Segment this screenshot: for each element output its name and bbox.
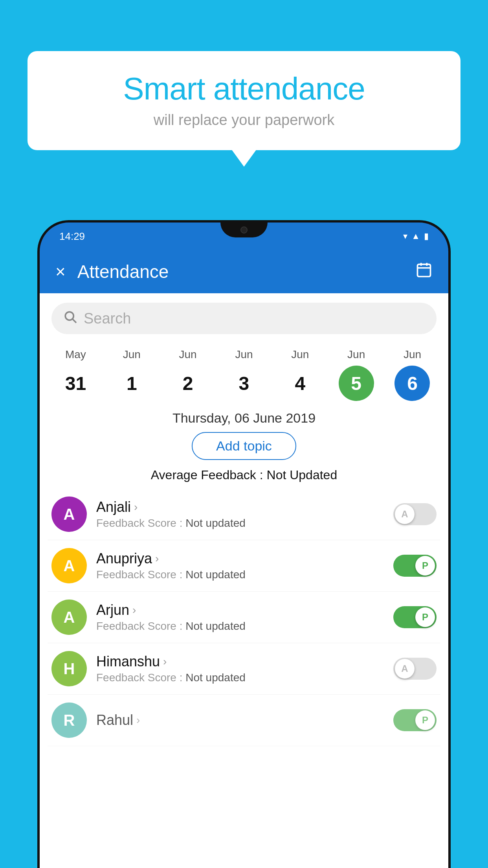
chevron-icon: › [155, 552, 159, 565]
status-bar: 14:29 ▾ ▲ ▮ [40, 223, 448, 250]
attendance-toggle-arjun[interactable]: P [393, 606, 437, 628]
search-icon [63, 310, 77, 327]
signal-icon: ▲ [411, 231, 420, 241]
svg-point-4 [65, 312, 73, 320]
student-info-himanshu: Himanshu › Feedback Score : Not updated [96, 653, 393, 684]
cal-day-0[interactable]: May 31 [58, 348, 93, 401]
chevron-icon: › [136, 714, 140, 726]
student-item-arjun[interactable]: A Arjun › Feedback Score : Not updated P [48, 592, 440, 643]
attendance-toggle-himanshu[interactable]: A [393, 658, 437, 680]
cal-day-3[interactable]: Jun 3 [226, 348, 262, 401]
attendance-toggle-anjali[interactable]: A [393, 503, 437, 525]
status-time: 14:29 [59, 230, 85, 243]
attendance-toggle-anupriya[interactable]: P [393, 555, 437, 577]
battery-icon: ▮ [424, 231, 429, 241]
notch [220, 223, 268, 237]
app-header: × Attendance [40, 250, 448, 293]
student-list: A Anjali › Feedback Score : Not updated … [40, 489, 448, 746]
student-item-himanshu[interactable]: H Himanshu › Feedback Score : Not update… [48, 643, 440, 695]
chevron-icon: › [163, 655, 167, 668]
student-avatar-anjali: A [51, 497, 87, 532]
student-info-arjun: Arjun › Feedback Score : Not updated [96, 602, 393, 633]
cal-day-1[interactable]: Jun 1 [114, 348, 149, 401]
app-title: Attendance [77, 261, 415, 282]
wifi-icon: ▾ [403, 231, 407, 241]
student-info-anupriya: Anupriya › Feedback Score : Not updated [96, 550, 393, 581]
attendance-toggle-partial[interactable]: P [393, 709, 437, 731]
student-info-partial: Rahul › [96, 712, 393, 728]
calendar-strip: May 31 Jun 1 Jun 2 Jun 3 Jun 4 [40, 340, 448, 401]
phone-inner: 14:29 ▾ ▲ ▮ × Attendance [40, 223, 448, 868]
search-bar[interactable]: Search [51, 303, 437, 334]
phone-frame: 14:29 ▾ ▲ ▮ × Attendance [37, 220, 451, 868]
student-avatar-himanshu: H [51, 651, 87, 686]
calendar-icon[interactable] [415, 261, 433, 282]
cal-day-5[interactable]: Jun 5 [339, 348, 374, 401]
svg-line-5 [73, 319, 76, 323]
chevron-icon: › [134, 501, 138, 513]
cal-day-2[interactable]: Jun 2 [170, 348, 205, 401]
camera [240, 226, 248, 234]
svg-rect-0 [418, 264, 431, 276]
cal-day-4[interactable]: Jun 4 [283, 348, 318, 401]
bubble-subtitle: will replace your paperwork [51, 112, 437, 129]
student-avatar-anupriya: A [51, 548, 87, 583]
bubble-title: Smart attendance [51, 71, 437, 107]
cal-day-6[interactable]: Jun 6 [394, 348, 430, 401]
close-button[interactable]: × [55, 262, 66, 281]
screen-content: Search May 31 Jun 1 Jun 2 Jun 3 [40, 293, 448, 868]
student-item-anjali[interactable]: A Anjali › Feedback Score : Not updated … [48, 489, 440, 540]
add-topic-button[interactable]: Add topic [192, 432, 296, 460]
student-item-anupriya[interactable]: A Anupriya › Feedback Score : Not update… [48, 540, 440, 592]
student-avatar-partial: R [51, 702, 87, 738]
speech-bubble-container: Smart attendance will replace your paper… [28, 51, 460, 150]
search-placeholder: Search [84, 310, 131, 327]
student-info-anjali: Anjali › Feedback Score : Not updated [96, 499, 393, 530]
student-item-partial[interactable]: R Rahul › P [48, 695, 440, 746]
status-icons: ▾ ▲ ▮ [403, 231, 429, 241]
speech-bubble: Smart attendance will replace your paper… [28, 51, 460, 150]
chevron-icon: › [132, 604, 136, 616]
student-avatar-arjun: A [51, 600, 87, 635]
selected-date: Thursday, 06 June 2019 [40, 410, 448, 426]
avg-feedback: Average Feedback : Not Updated [40, 468, 448, 482]
